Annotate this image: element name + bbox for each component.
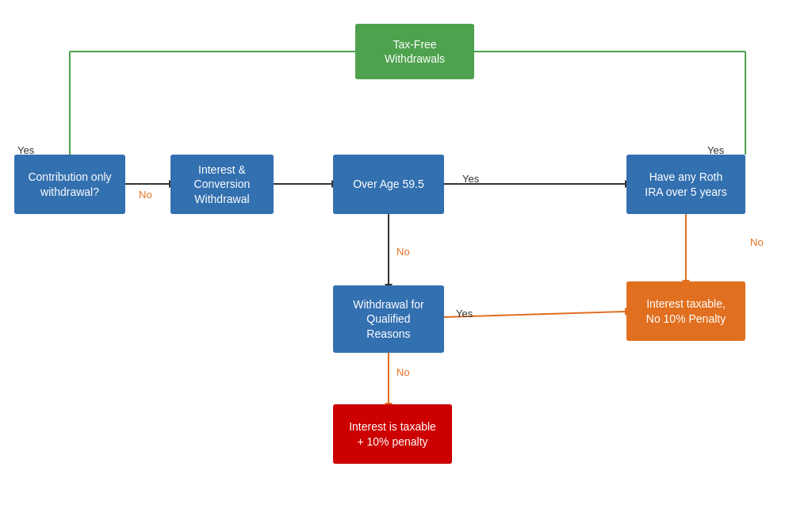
label-no-qualified: No [396,366,410,378]
node-roth-ira-label: Have any RothIRA over 5 years [645,170,727,198]
label-yes-roth: Yes [707,144,724,156]
node-interest-taxable: Interest taxable,No 10% Penalty [626,281,745,341]
node-interest-conversion-label: Interest &ConversionWithdrawal [194,163,251,206]
label-yes-qualified: Yes [456,308,473,319]
node-penalty-label: Interest is taxable+ 10% penalty [349,419,436,448]
node-interest-conversion: Interest &ConversionWithdrawal [170,155,274,214]
node-penalty: Interest is taxable+ 10% penalty [333,404,452,464]
label-yes-age: Yes [462,173,479,185]
label-no-roth: No [750,236,764,248]
label-no-contribution: No [139,189,152,201]
node-contribution-label: Contribution only withdrawal? [21,170,119,198]
node-over-age-label: Over Age 59.5 [353,177,424,191]
node-roth-ira: Have any RothIRA over 5 years [626,155,745,214]
node-contribution: Contribution only withdrawal? [14,155,125,214]
node-qualified-reasons-label: Withdrawal forQualifiedReasons [353,297,423,341]
flowchart-diagram: Tax-Free Withdrawals Contribution only w… [0,0,812,505]
node-qualified-reasons: Withdrawal forQualifiedReasons [333,285,444,353]
node-interest-taxable-label: Interest taxable,No 10% Penalty [646,296,726,325]
node-tax-free-label: Tax-Free Withdrawals [385,37,445,66]
node-tax-free: Tax-Free Withdrawals [355,24,474,79]
label-yes-contribution: Yes [17,144,34,156]
node-over-age: Over Age 59.5 [333,155,444,214]
label-no-age: No [396,246,410,258]
